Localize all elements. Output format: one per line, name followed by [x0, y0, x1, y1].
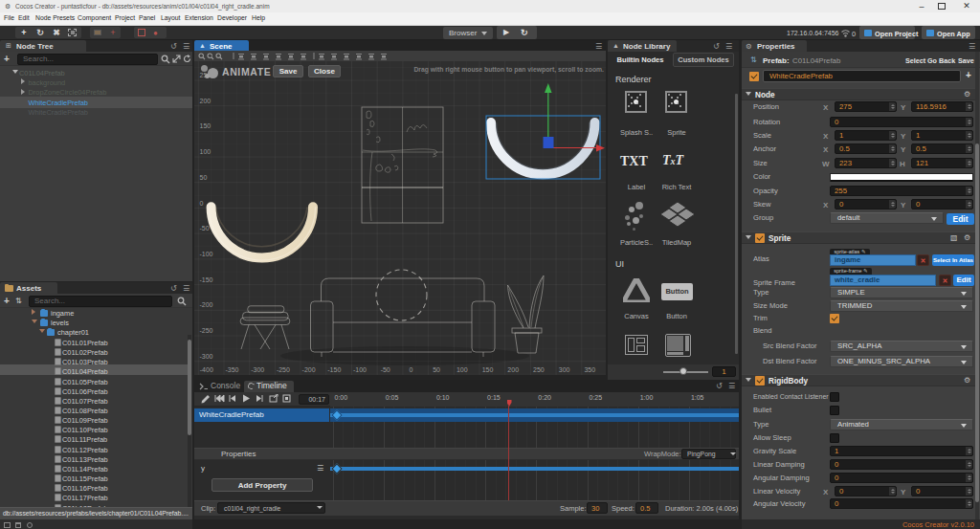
- svg-text:-250: -250: [277, 366, 290, 373]
- svg-text:150: 150: [482, 366, 494, 373]
- svg-text:-100: -100: [200, 251, 213, 257]
- svg-text:350: 350: [584, 366, 595, 373]
- svg-text:0: 0: [409, 366, 412, 373]
- svg-text:100: 100: [457, 366, 468, 373]
- svg-text:200: 200: [200, 98, 212, 104]
- svg-text:-100: -100: [353, 366, 367, 373]
- svg-text:50: 50: [433, 366, 440, 373]
- svg-text:100: 100: [200, 148, 212, 155]
- svg-text:-300: -300: [251, 366, 264, 373]
- svg-text:150: 150: [200, 122, 212, 129]
- svg-text:300: 300: [559, 366, 570, 373]
- svg-text:-150: -150: [200, 276, 213, 283]
- svg-text:50: 50: [200, 174, 208, 181]
- svg-text:-50: -50: [200, 225, 210, 231]
- svg-text:200: 200: [507, 366, 519, 373]
- svg-text:-150: -150: [327, 366, 341, 373]
- svg-text:-250: -250: [200, 327, 213, 334]
- svg-text:250: 250: [533, 366, 545, 373]
- svg-text:-200: -200: [302, 366, 316, 373]
- svg-text:-300: -300: [200, 353, 213, 360]
- svg-text:-400: -400: [200, 366, 213, 373]
- svg-text:-350: -350: [225, 366, 238, 373]
- svg-text:-200: -200: [200, 301, 213, 308]
- svg-text:-50: -50: [381, 366, 390, 373]
- svg-text:0: 0: [200, 200, 204, 207]
